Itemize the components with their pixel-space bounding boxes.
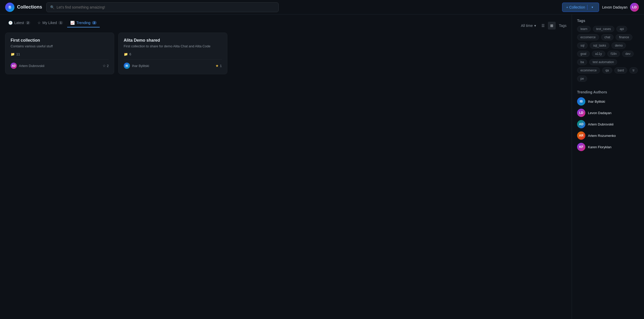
search-bar[interactable]: 🔍: [46, 2, 279, 12]
view-controls: All time ▾ ☰ ⊞ Tags: [521, 22, 567, 29]
tag-chip[interactable]: ecommerce: [577, 67, 600, 73]
chevron-down-icon: ▾: [534, 24, 536, 28]
collection-card[interactable]: Alita Demo shared First collection to sh…: [118, 33, 227, 74]
tag-chip[interactable]: test_cases: [593, 26, 614, 32]
tag-chip[interactable]: eccomerce: [577, 34, 599, 40]
author-avatar: IB: [124, 63, 130, 69]
search-input[interactable]: [57, 5, 275, 9]
star-filled-icon: ★: [215, 64, 219, 68]
tag-chip[interactable]: dev: [622, 51, 634, 57]
author-avatar: AD: [577, 120, 585, 128]
author-avatar: AD: [11, 63, 17, 69]
folder-icon: 📁: [124, 52, 128, 56]
author-name: Levon Dadayan: [588, 111, 611, 115]
count-value: 6: [129, 52, 131, 56]
tag-chip[interactable]: finance: [616, 34, 632, 40]
header-right: + Collection ▾ Levon Dadayan LD: [562, 3, 639, 12]
tags-label: Tags: [559, 24, 567, 28]
count-value: 11: [16, 52, 20, 56]
likes-count: 1: [220, 64, 222, 68]
grid-view-button[interactable]: ⊞: [548, 22, 556, 29]
author-list-item[interactable]: KFKaren Floryklan: [577, 143, 639, 151]
tag-chip[interactable]: bard: [614, 67, 627, 73]
tag-chip[interactable]: qa: [602, 67, 612, 73]
card-likes[interactable]: ☆ 2: [103, 64, 109, 68]
main-layout: 🕐 Latest 2 ☆ My Liked 1 📈 Trending 2: [0, 14, 644, 319]
add-collection-label: + Collection: [566, 5, 585, 9]
time-filter[interactable]: All time ▾: [521, 24, 536, 28]
tab-latest-label: Latest: [14, 21, 24, 25]
tab-trending-label: Trending: [76, 21, 90, 25]
author-avatar: LD: [577, 109, 585, 117]
card-item-count: 📁 6: [124, 52, 222, 56]
author-name: Ihar Bylitski: [588, 100, 605, 103]
author-list-item[interactable]: ADArtem Dubrovskii: [577, 120, 639, 128]
tab-latest[interactable]: 🕐 Latest 2: [5, 19, 33, 27]
author-name: Karen Floryklan: [588, 145, 611, 149]
star-outline-icon: ☆: [37, 21, 41, 25]
tag-chip[interactable]: test automation: [589, 59, 617, 65]
star-empty-icon: ☆: [103, 64, 106, 68]
tabs-bar: 🕐 Latest 2 ☆ My Liked 1 📈 Trending 2: [5, 19, 100, 27]
app-title: Collections: [17, 4, 42, 10]
author-name: Artem Rozumenko: [588, 134, 616, 138]
card-footer: AD Artem Dubrovskii ☆ 2: [11, 59, 109, 69]
tag-chip[interactable]: sql_tasks: [590, 42, 609, 49]
tab-latest-badge: 2: [26, 21, 30, 25]
author-avatar: KF: [577, 143, 585, 151]
trending-icon: 📈: [70, 21, 75, 25]
author-avatar: AR: [577, 131, 585, 140]
list-view-button[interactable]: ☰: [539, 22, 547, 29]
trending-authors-title: Trending Authors: [577, 90, 639, 94]
tab-trending-badge: 2: [92, 21, 97, 25]
card-grid: First collection Contains various useful…: [5, 33, 567, 74]
tag-chip[interactable]: api: [616, 26, 627, 32]
folder-icon: 📁: [11, 52, 15, 56]
author-list-item[interactable]: IBIhar Bylitski: [577, 97, 639, 106]
view-icons: ☰ ⊞: [539, 22, 556, 29]
tab-my-liked[interactable]: ☆ My Liked 1: [34, 19, 66, 27]
logo-icon: [5, 3, 14, 12]
card-title: Alita Demo shared: [124, 38, 222, 43]
tag-chip[interactable]: sql: [577, 42, 588, 49]
author-list-item[interactable]: ARArtem Rozumenko: [577, 131, 639, 140]
tab-my-liked-badge: 1: [58, 21, 63, 25]
author-avatar: IB: [577, 97, 585, 106]
card-title: First collection: [11, 38, 109, 43]
tag-chip[interactable]: pe: [577, 76, 587, 82]
tab-trending[interactable]: 📈 Trending 2: [67, 19, 100, 27]
collection-card[interactable]: First collection Contains various useful…: [5, 33, 114, 74]
user-area[interactable]: Levon Dadayan LD: [602, 3, 639, 12]
tag-chip[interactable]: f18n: [607, 51, 620, 57]
card-footer: IB Ihar Bylitski ★ 1: [124, 59, 222, 69]
author-list-item[interactable]: LDLevon Dadayan: [577, 109, 639, 117]
card-description: First collection to share for demo Alita…: [124, 44, 222, 48]
clock-icon: 🕐: [8, 21, 13, 25]
tag-chip[interactable]: chat: [601, 34, 614, 40]
logo-area: Collections: [5, 3, 42, 12]
author-list: IBIhar BylitskiLDLevon DadayanADArtem Du…: [577, 97, 639, 151]
tag-chip[interactable]: a11y: [592, 51, 605, 57]
button-divider: [587, 5, 587, 10]
time-filter-label: All time: [521, 24, 533, 28]
add-collection-button[interactable]: + Collection ▾: [562, 3, 599, 12]
tag-chip[interactable]: tr: [629, 67, 638, 73]
card-item-count: 📁 11: [11, 52, 109, 56]
tag-chip[interactable]: learn: [577, 26, 591, 32]
tag-chip[interactable]: ba: [577, 59, 587, 65]
author-name: Artem Dubrovskii: [588, 122, 614, 126]
tag-chip[interactable]: demo: [611, 42, 626, 49]
card-author: AD Artem Dubrovskii: [11, 63, 44, 69]
content-area: 🕐 Latest 2 ☆ My Liked 1 📈 Trending 2: [0, 14, 572, 319]
header: Collections 🔍 + Collection ▾ Levon Daday…: [0, 0, 644, 14]
chevron-down-icon[interactable]: ▾: [589, 4, 595, 11]
card-likes[interactable]: ★ 1: [215, 64, 222, 68]
sidebar: Tags learntest_casesapieccomercechatfina…: [572, 14, 644, 319]
card-description: Contains various useful stuff: [11, 44, 109, 48]
author-name: Artem Dubrovskii: [19, 64, 44, 68]
tab-my-liked-label: My Liked: [42, 21, 57, 25]
search-icon: 🔍: [50, 5, 55, 9]
tabs-row: 🕐 Latest 2 ☆ My Liked 1 📈 Trending 2: [5, 19, 567, 33]
tag-chip[interactable]: goal: [577, 51, 590, 57]
avatar: LD: [630, 3, 639, 12]
